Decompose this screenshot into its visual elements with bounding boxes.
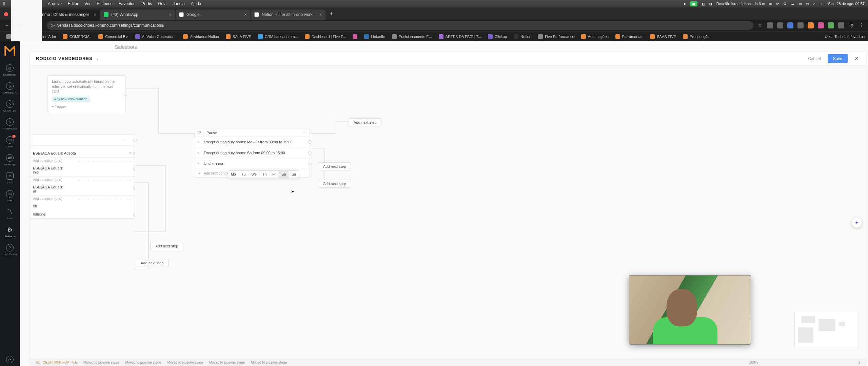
add-next-step-button[interactable]: Add next step xyxy=(349,118,381,126)
trigger-card[interactable]: Launch bots automatically based on the r… xyxy=(47,75,125,112)
extension-icon[interactable] xyxy=(777,22,783,28)
nav-dashboard[interactable]: ◷Dashboard xyxy=(0,61,20,79)
extension-icon[interactable] xyxy=(808,22,814,28)
menu-ajuda[interactable]: Ajuda xyxy=(191,1,201,6)
day-sa[interactable]: Sa xyxy=(279,171,289,178)
save-button[interactable]: Save xyxy=(828,54,848,63)
output-port[interactable] xyxy=(133,186,135,189)
close-icon[interactable]: × xyxy=(169,12,172,17)
bot-title[interactable]: RODIZIO VENDEDORES xyxy=(36,56,93,61)
tray-icon[interactable]: ☁ xyxy=(791,2,794,6)
bookmark-folder[interactable]: Automações xyxy=(578,33,611,40)
footer-bot-name[interactable]: 01 - DESATIVAR FUP - V.E xyxy=(36,361,77,364)
node-menu-icon[interactable]: ⋯ xyxy=(123,138,127,142)
bookmark-item[interactable]: Five Performance xyxy=(535,33,577,40)
tray-icon[interactable]: ⊞ xyxy=(769,2,772,6)
edit-icon[interactable]: ✎ xyxy=(197,140,200,145)
nav-nutricao[interactable]: $NUTRIÇÃO xyxy=(0,115,20,133)
edit-icon[interactable]: ✎ xyxy=(197,150,200,156)
url-input[interactable]: ⓘ vendasaldocolchoes.kommo.com/settings/… xyxy=(47,21,753,30)
nav-mail[interactable]: ✉Mail xyxy=(0,187,20,205)
day-mo[interactable]: Mo xyxy=(228,171,239,178)
extension-icon[interactable] xyxy=(767,22,773,28)
new-tab-button[interactable]: + xyxy=(326,11,337,20)
condition-text[interactable]: ESEJADA Equals: xyxy=(33,185,63,189)
nav-stats[interactable]: 〽Stats xyxy=(0,205,20,223)
control-center-icon[interactable]: ⌥ xyxy=(820,2,824,6)
extension-icon[interactable] xyxy=(828,22,834,28)
bookmark-star-icon[interactable]: ☆ xyxy=(757,22,763,28)
close-icon[interactable]: × xyxy=(319,12,322,17)
node-menu-icon[interactable]: ⋯ xyxy=(300,131,310,135)
apple-icon[interactable]:  xyxy=(3,1,5,6)
all-bookmarks-button[interactable]: ▭ Todos os favoritos xyxy=(829,34,865,39)
site-info-icon[interactable]: ⓘ xyxy=(51,23,55,28)
forward-button[interactable]: → xyxy=(14,23,22,28)
day-picker-popover[interactable]: Mo Tu We Th Fr Sa Su xyxy=(228,170,299,178)
edit-icon[interactable]: ✎ xyxy=(197,161,200,166)
condition-header-node[interactable]: ⋯ xyxy=(30,135,135,145)
output-port[interactable] xyxy=(133,213,135,216)
tab-notion[interactable]: Notion – The all-in-one work × xyxy=(251,9,326,20)
clock[interactable]: Sex. 23 de ago. 09:57 xyxy=(828,2,865,6)
bookmark-item[interactable]: ARTES DA FIVE | T... xyxy=(436,33,484,40)
tray-icon[interactable]: ⟳ xyxy=(776,2,779,6)
chrome-menu-icon[interactable]: ⋮ xyxy=(859,22,865,28)
remove-icon[interactable]: ✕ xyxy=(129,151,132,155)
condition-text[interactable]: ESEJADA Equals: xyxy=(33,166,63,170)
extensions-menu-icon[interactable] xyxy=(838,22,844,28)
bookmark-folder[interactable]: Atividades Notion xyxy=(180,33,222,40)
bookmark-item[interactable]: CRM baseado em... xyxy=(255,33,301,40)
menu-arquivo[interactable]: Arquivo xyxy=(48,1,62,6)
output-port[interactable] xyxy=(308,151,312,155)
add-next-step-button[interactable]: Add next step xyxy=(136,259,169,267)
condition-value[interactable]: ul xyxy=(33,189,36,193)
bookmark-item[interactable]: Notion xyxy=(511,33,534,40)
day-su[interactable]: Su xyxy=(289,171,299,178)
bookmark-folder[interactable]: Comercial Bia xyxy=(96,33,131,40)
camera-status-icon[interactable]: ▣ xyxy=(690,1,697,6)
pause-condition-text[interactable]: Except during duty hours: Mo - Fr from 0… xyxy=(204,140,293,144)
battery-icon[interactable]: ▭ xyxy=(798,2,802,6)
nav-settings[interactable]: ⚙Settings xyxy=(0,223,20,241)
flow-canvas[interactable]: Launch bots automatically based on the r… xyxy=(30,66,866,358)
output-port[interactable] xyxy=(133,139,137,142)
pause-condition-text[interactable]: Except during duty hours: Sa from 09:00 … xyxy=(204,151,285,155)
condition-value[interactable]: inio xyxy=(33,170,39,174)
add-condition-button[interactable]: Add condition (and) xyxy=(30,196,135,202)
add-next-step-button[interactable]: Add next step xyxy=(318,162,351,170)
output-port[interactable] xyxy=(308,140,312,144)
bookmark-folder[interactable]: Dashboard | Five P... xyxy=(302,33,349,40)
bookmark-folder[interactable]: COMERCIAL xyxy=(60,33,94,40)
tab-google[interactable]: Google × xyxy=(176,9,250,20)
tab-whatsapp[interactable]: (43) WhatsApp × xyxy=(100,9,175,20)
menu-janela[interactable]: Janela xyxy=(173,1,184,6)
bookmark-folder[interactable]: Prospecção xyxy=(680,33,712,40)
extension-icon[interactable] xyxy=(797,22,804,28)
day-tu[interactable]: Tu xyxy=(239,171,249,178)
day-we[interactable]: We xyxy=(249,171,260,178)
bookmarks-overflow-icon[interactable]: » xyxy=(825,34,828,40)
output-port[interactable] xyxy=(133,152,135,155)
add-trigger-button[interactable]: Trigger xyxy=(52,104,121,108)
nav-lists[interactable]: ≡Lists xyxy=(0,169,20,187)
trigger-chip[interactable]: Any new conversation xyxy=(52,97,90,102)
nav-help[interactable]: ?Help Center xyxy=(0,241,20,259)
search-icon[interactable]: ⌕ xyxy=(813,2,815,6)
bookmark-item[interactable]: Clickup xyxy=(485,33,510,40)
bookmark-item[interactable]: Posicionamento E... xyxy=(389,33,435,40)
nav-whatsapp[interactable]: ☎WhatsApp xyxy=(0,151,20,169)
meeting-reminder[interactable]: Reunião Israel Iphon... in 3 m xyxy=(716,2,765,6)
webcam-overlay[interactable] xyxy=(629,275,751,345)
day-th[interactable]: Th xyxy=(260,171,270,178)
menu-editar[interactable]: Editar xyxy=(68,1,78,6)
bookmark-item[interactable]: AI Voice Generator... xyxy=(133,33,179,40)
bookmark-folder[interactable]: Ferramentas xyxy=(613,33,646,40)
nav-notifications[interactable]: ◔ xyxy=(0,352,20,366)
day-fr[interactable]: Fr xyxy=(270,171,279,178)
add-condition-button[interactable]: Add condition (and) xyxy=(30,177,135,183)
tray-icon[interactable]: ⚙ xyxy=(783,2,787,6)
kommo-logo[interactable] xyxy=(0,41,20,61)
pause-node[interactable]: 22 Pause ⋯ ✎ Except during duty hours: M… xyxy=(195,129,310,178)
step-type-label[interactable]: Pause xyxy=(204,129,300,137)
